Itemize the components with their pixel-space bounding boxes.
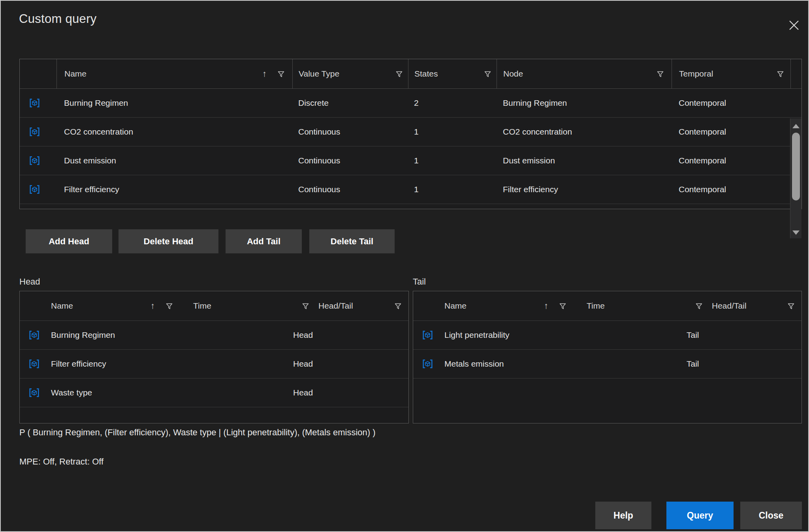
tail-table: Name ↑ Time Head/Tail [413,291,802,423]
table-row[interactable]: CO2 concentration Continuous 1 CO2 conce… [20,118,801,146]
filter-icon[interactable] [394,302,402,310]
table-row[interactable]: Waste type Head [20,378,408,407]
delete-head-button[interactable]: Delete Head [119,229,218,253]
cell-name: Burning Regimen [49,321,171,349]
cell-name: Light penetrability [442,321,564,349]
cell-value-type: Discrete [292,89,408,117]
cell-value-type: Continuous [292,175,408,204]
column-header-scroll-gutter [790,59,801,88]
custom-query-dialog: Custom query Name ↑ Value Type [0,0,809,532]
column-header-name[interactable]: Name ↑ [49,291,180,320]
tail-section-label: Tail [413,277,426,287]
cell-states: 1 [408,118,497,146]
cell-time [171,378,288,407]
close-button[interactable] [785,16,803,35]
filter-icon[interactable] [395,70,403,78]
cell-head-tail: Tail [681,321,801,349]
filter-icon[interactable] [277,70,285,78]
table-row[interactable]: Filter efficiency Continuous 1 Filter ef… [20,175,801,204]
add-head-button[interactable]: Add Head [26,229,112,253]
table-row[interactable]: Filter efficiency Head [20,350,408,378]
filter-icon[interactable] [301,302,310,310]
close-icon [788,19,800,32]
cell-name: Filter efficiency [56,175,292,204]
help-button[interactable]: Help [595,502,651,529]
node-link-icon [20,146,56,175]
scrollbar-down-icon[interactable] [792,230,800,235]
vertical-scrollbar[interactable] [790,118,801,238]
cell-temporal: Contemporal [672,89,790,117]
filter-icon[interactable] [776,70,785,78]
cell-name: Burning Regimen [56,89,292,117]
cell-node: Burning Regimen [497,89,672,117]
cell-time [564,321,681,349]
column-header-time[interactable]: Time [180,291,313,320]
cell-states: 1 [408,146,497,175]
head-table: Name ↑ Time Head/Tail [19,291,409,423]
column-header-value-type[interactable]: Value Type [292,59,408,88]
tail-table-header: Name ↑ Time Head/Tail [413,291,801,321]
column-header-name[interactable]: Name ↑ [56,59,292,88]
table-row[interactable]: Burning Regimen Head [20,321,408,350]
delete-tail-button[interactable]: Delete Tail [309,229,395,253]
column-header-node[interactable]: Node [497,59,672,88]
query-button[interactable]: Query [666,502,734,529]
column-header-head-tail[interactable]: Head/Tail [313,291,408,320]
node-link-icon [20,378,49,407]
column-header-icon [20,59,56,88]
cell-node: Filter efficiency [497,175,672,204]
cell-temporal: Contemporal [672,118,790,146]
cell-name: Filter efficiency [49,350,171,378]
cell-head-tail: Head [288,350,408,378]
table-row[interactable]: Dust emission Continuous 1 Dust emission… [20,146,801,175]
column-header-name[interactable]: Name ↑ [442,291,573,320]
cell-value-type: Continuous [292,146,408,175]
variables-table: Name ↑ Value Type States [19,59,802,209]
sort-ascending-icon[interactable]: ↑ [544,301,548,311]
filter-icon[interactable] [559,302,567,310]
filter-icon[interactable] [484,70,492,78]
cell-time [564,350,681,378]
cell-name: Metals emission [442,350,564,378]
close-dialog-button[interactable]: Close [740,502,802,529]
sort-ascending-icon[interactable]: ↑ [262,69,267,79]
cell-time [171,321,288,349]
node-link-icon [20,89,56,117]
column-header-head-tail[interactable]: Head/Tail [706,291,801,320]
node-link-icon [20,321,49,349]
add-tail-button[interactable]: Add Tail [226,229,302,253]
dialog-title: Custom query [19,12,97,26]
node-link-icon [413,321,442,349]
filter-icon[interactable] [695,302,703,310]
cell-head-tail: Head [288,321,408,349]
cell-value-type: Continuous [292,118,408,146]
filter-icon[interactable] [787,302,795,310]
cell-name: Dust emission [56,146,292,175]
filter-icon[interactable] [656,70,664,78]
cell-states: 1 [408,175,497,204]
table-row[interactable]: Light penetrability Tail [413,321,801,350]
cell-states: 2 [408,89,497,117]
node-link-icon [413,350,442,378]
variables-table-body: Burning Regimen Discrete 2 Burning Regim… [20,89,801,209]
sort-ascending-icon[interactable]: ↑ [151,301,155,311]
cell-temporal: Contemporal [672,175,790,204]
query-expression: P ( Burning Regimen, (Filter efficiency)… [19,427,376,438]
column-header-time[interactable]: Time [573,291,706,320]
scrollbar-up-icon[interactable] [792,124,800,128]
filter-icon[interactable] [165,302,173,310]
table-row[interactable]: Metals emission Tail [413,350,801,378]
table-row[interactable]: Burning Regimen Discrete 2 Burning Regim… [20,89,801,118]
variables-table-header: Name ↑ Value Type States [20,59,801,89]
node-link-icon [20,350,49,378]
column-header-temporal[interactable]: Temporal [672,59,790,88]
column-header-states[interactable]: States [408,59,497,88]
cell-node: CO2 concentration [497,118,672,146]
cell-head-tail: Head [288,378,408,407]
head-table-header: Name ↑ Time Head/Tail [20,291,408,321]
node-link-icon [20,175,56,204]
cell-node: Dust emission [497,146,672,175]
scrollbar-thumb[interactable] [792,133,800,200]
cell-name: Waste type [49,378,171,407]
head-section-label: Head [19,277,40,287]
